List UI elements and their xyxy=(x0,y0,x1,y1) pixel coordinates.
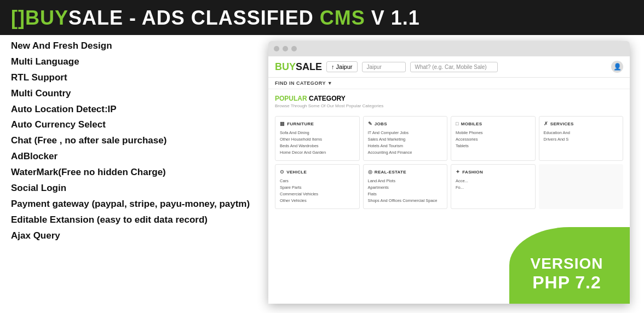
jobs-item-3: Accounting And Finance xyxy=(368,149,443,156)
location-button[interactable]: ↑ Jaipur xyxy=(326,61,357,72)
services-icon: ✗ xyxy=(544,121,548,126)
site-sale: SALE xyxy=(296,61,322,72)
realestate-icon: ◎ xyxy=(368,169,372,175)
mobiles-label: MOBILES xyxy=(461,121,482,126)
category-header-fashion: ✦ FASHION xyxy=(456,169,531,175)
category-card-fashion[interactable]: ✦ FASHION Acce... Fo... xyxy=(451,164,536,209)
fashion-items: Acce... Fo... xyxy=(456,178,531,191)
popular-subtitle: Browse Through Some Of Our Most Popular … xyxy=(275,103,623,108)
features-list: New And Fresh Design Multi Language RTL … xyxy=(11,38,263,244)
feature-10: Payment gateway (paypal, stripe, payu-mo… xyxy=(11,196,263,212)
category-header-services: ✗ SERVICES xyxy=(544,121,619,126)
bracket-close: ] xyxy=(18,7,25,29)
category-header-furniture: ▦ FURNITURE xyxy=(280,121,355,126)
realestate-item-0: Land And Plots xyxy=(368,178,443,184)
mobiles-icon: □ xyxy=(456,121,459,126)
version-label: VERSION xyxy=(530,255,603,273)
fashion-label: FASHION xyxy=(462,170,483,175)
realestate-item-3: Shops And Offices Commercial Space xyxy=(368,198,443,204)
realestate-items: Land And Plots Apartments Flats Shops An… xyxy=(368,178,443,204)
buy-text: BUY xyxy=(25,7,68,29)
vehicle-items: Cars Spare Parts Commercial Vehicles Oth… xyxy=(280,178,355,204)
user-avatar-icon[interactable]: 👤 xyxy=(611,61,623,73)
realestate-item-1: Apartments xyxy=(368,184,443,191)
feature-0: New And Fresh Design xyxy=(11,38,263,54)
location-value: Jaipur xyxy=(336,63,353,70)
category-card-services[interactable]: ✗ SERVICES Education And Drivers And S xyxy=(539,116,624,161)
fashion-item-1: Fo... xyxy=(456,184,531,191)
mobiles-items: Mobile Phones Accessories Tablets xyxy=(456,130,531,149)
location-arrow-up: ↑ xyxy=(331,63,335,70)
popular-label: POPULAR xyxy=(275,95,307,102)
feature-11: Editable Extansion (easy to edit data re… xyxy=(11,212,263,228)
jobs-item-1: Sales And Marketing xyxy=(368,136,443,143)
main-title: []BUYSALE - ADS CLASSIFIED CMS V 1.1 xyxy=(11,7,420,30)
search-location-input[interactable]: Jaipur xyxy=(362,62,406,72)
category-header-vehicle: ⊙ VEHICLE xyxy=(280,169,355,175)
furniture-items: Sofa And Dining Other Household Items Be… xyxy=(280,130,355,156)
vehicle-label: VEHICLE xyxy=(286,170,307,175)
feature-7: AdBlocker xyxy=(11,149,263,165)
feature-12: Ajax Query xyxy=(11,228,263,244)
furniture-item-3: Home Decor And Garden xyxy=(280,149,355,156)
cms-text: CMS xyxy=(320,7,365,29)
fashion-item-0: Acce... xyxy=(456,178,531,184)
furniture-icon: ▦ xyxy=(280,121,285,126)
popular-section: POPULAR CATEGORY Browse Through Some Of … xyxy=(268,89,630,116)
browser-mockup: BUYSALE ↑ Jaipur Jaipur What? (e.g. Car,… xyxy=(268,41,630,304)
furniture-item-0: Sofa And Dining xyxy=(280,130,355,136)
feature-9: Social Login xyxy=(11,181,263,196)
feature-2: RTL Support xyxy=(11,70,263,86)
feature-8: WaterMark(Free no hidden Charge) xyxy=(11,165,263,181)
browser-dot-green xyxy=(291,46,297,51)
jobs-icon: ✎ xyxy=(368,121,372,126)
site-header: BUYSALE ↑ Jaipur Jaipur What? (e.g. Car,… xyxy=(268,56,630,78)
feature-3: Multi Country xyxy=(11,86,263,102)
browser-dot-yellow xyxy=(283,46,288,51)
find-category-bar[interactable]: FIND IN CATEGORY ▼ xyxy=(268,78,630,89)
mobiles-item-1: Accessories xyxy=(456,136,531,143)
feature-1: Multi Language xyxy=(11,54,263,70)
php-version-label: PHP 7.2 xyxy=(532,273,601,293)
vehicle-item-1: Spare Parts xyxy=(280,184,355,191)
jobs-label: JOBS xyxy=(375,121,387,126)
sale-text: SALE xyxy=(68,7,123,29)
site-content: BUYSALE ↑ Jaipur Jaipur What? (e.g. Car,… xyxy=(268,56,630,304)
services-item-0: Education And xyxy=(544,130,619,136)
feature-4: Auto Location Detect:IP xyxy=(11,102,263,118)
popular-category-title: POPULAR CATEGORY xyxy=(275,95,623,102)
furniture-item-2: Beds And Wardrobes xyxy=(280,143,355,149)
fashion-icon: ✦ xyxy=(456,169,460,175)
realestate-item-2: Flats xyxy=(368,191,443,198)
category-card-furniture[interactable]: ▦ FURNITURE Sofa And Dining Other Househ… xyxy=(275,116,360,161)
jobs-items: IT And Computer Jobs Sales And Marketing… xyxy=(368,130,443,156)
vehicle-item-0: Cars xyxy=(280,178,355,184)
version-badge: VERSION PHP 7.2 xyxy=(509,227,630,304)
feature-6: Chat (Free , no after sale purchase) xyxy=(11,133,263,149)
category-card-empty xyxy=(539,164,624,209)
bracket-open: [ xyxy=(11,7,18,29)
category-card-vehicle[interactable]: ⊙ VEHICLE Cars Spare Parts Commercial Ve… xyxy=(275,164,360,209)
category-header-mobiles: □ MOBILES xyxy=(456,121,531,126)
category-card-jobs[interactable]: ✎ JOBS IT And Computer Jobs Sales And Ma… xyxy=(363,116,448,161)
mobiles-item-0: Mobile Phones xyxy=(456,130,531,136)
services-label: SERVICES xyxy=(550,121,574,126)
feature-5: Auto Currency Select xyxy=(11,117,263,133)
mobiles-item-2: Tablets xyxy=(456,143,531,149)
category-grid-row1: ▦ FURNITURE Sofa And Dining Other Househ… xyxy=(268,116,630,161)
jobs-item-0: IT And Computer Jobs xyxy=(368,130,443,136)
browser-dot-red xyxy=(274,46,279,51)
category-card-realestate[interactable]: ◎ REAL-ESTATE Land And Plots Apartments … xyxy=(363,164,448,209)
browser-bar xyxy=(268,41,630,56)
realestate-label: REAL-ESTATE xyxy=(375,170,406,175)
vehicle-item-3: Other Vehicles xyxy=(280,198,355,204)
site-logo: BUYSALE xyxy=(275,61,322,73)
site-buy: BUY xyxy=(275,61,296,72)
services-items: Education And Drivers And S xyxy=(544,130,619,143)
category-card-mobiles[interactable]: □ MOBILES Mobile Phones Accessories Tabl… xyxy=(451,116,536,161)
version-text: V 1.1 xyxy=(365,7,420,29)
dash-ads: - ADS CLASSIFIED xyxy=(123,7,320,29)
search-what-input[interactable]: What? (e.g. Car, Mobile Sale) xyxy=(410,62,498,72)
category-grid-row2: ⊙ VEHICLE Cars Spare Parts Commercial Ve… xyxy=(268,161,630,209)
page-header: []BUYSALE - ADS CLASSIFIED CMS V 1.1 xyxy=(0,0,644,35)
